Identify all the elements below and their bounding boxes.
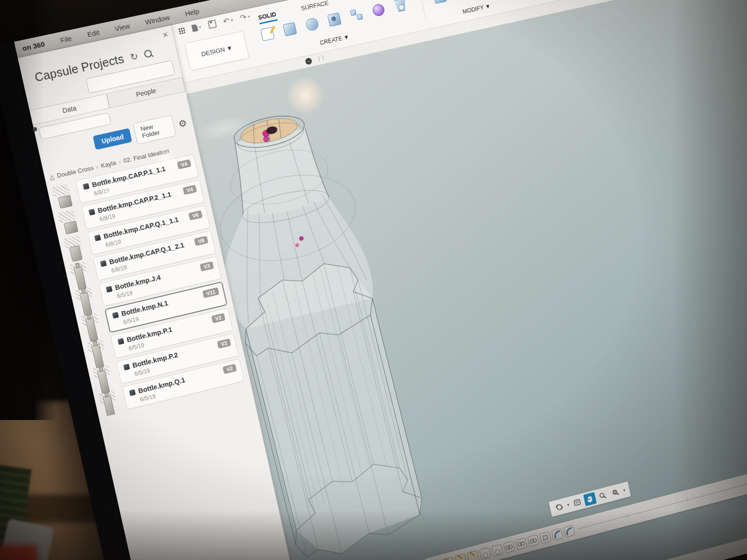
hole-icon [327, 13, 341, 27]
new-folder-button[interactable]: New Folder [133, 115, 176, 145]
menu-item-file[interactable]: File [59, 34, 72, 44]
timeline-feature-link[interactable] [503, 540, 515, 553]
create-sketch-button[interactable] [255, 22, 280, 46]
cube-icon [89, 209, 96, 216]
cube-icon [83, 183, 90, 190]
press-pull-button[interactable] [428, 0, 451, 9]
chevron-down-icon[interactable]: ▼ [566, 503, 571, 507]
pipe-button[interactable] [345, 3, 368, 27]
timeline-feature-sketch[interactable] [467, 550, 479, 560]
breadcrumb-separator: › [95, 163, 99, 171]
undo-button[interactable]: ↶▾ [222, 16, 234, 26]
look-at-tool-button[interactable] [571, 495, 584, 510]
create-group-label[interactable]: CREATE ▼ [319, 34, 350, 46]
press-pull-icon [433, 0, 447, 4]
version-badge: V3 [200, 261, 214, 272]
cap-thumb-shape [64, 221, 78, 235]
undo-icon: ↶ [222, 17, 230, 26]
extrude-icon [283, 22, 297, 36]
version-badge: V6 [188, 210, 203, 221]
timeline-feature-sketch[interactable] [443, 556, 455, 560]
project-icon: △ [49, 173, 55, 181]
cap-thumb-shape [58, 195, 72, 209]
version-badge: V2 [217, 338, 232, 349]
version-badge: V4 [183, 185, 197, 195]
new-file-button[interactable]: ▾ [191, 23, 202, 32]
timeline-feature-fillet[interactable] [551, 528, 564, 540]
menu-item-edit[interactable]: Edit [86, 28, 100, 38]
save-button[interactable] [207, 20, 217, 29]
fit-tool-button[interactable] [609, 485, 622, 500]
cube-icon [112, 312, 119, 319]
version-badge: V4 [177, 159, 191, 169]
timeline-feature-box[interactable] [539, 531, 551, 544]
chevron-down-icon[interactable]: ▼ [622, 488, 627, 492]
group-divider [420, 0, 426, 19]
redo-icon: ↷ [240, 13, 247, 22]
cube-icon [118, 338, 124, 345]
version-badge: V8 [194, 236, 209, 246]
revolve-button[interactable] [300, 12, 324, 36]
timeline-feature-link[interactable] [515, 537, 528, 550]
version-badge: V2 [223, 364, 237, 374]
app-grid-icon[interactable] [178, 27, 185, 34]
cube-icon [123, 364, 130, 371]
loft-button[interactable] [389, 0, 413, 17]
orbit-tool-button[interactable] [552, 500, 566, 514]
revolve-icon [305, 17, 319, 32]
tab-grip: ❘❘ [316, 54, 325, 62]
redo-button[interactable]: ↷▾ [240, 12, 251, 22]
version-badge: V2 [211, 313, 226, 323]
pipe-icon [350, 8, 363, 21]
cube-icon [100, 260, 106, 267]
menu-item-help[interactable]: Help [184, 7, 200, 17]
cube-icon [129, 389, 135, 396]
design-dropdown[interactable]: DESIGN ▼ [184, 31, 249, 71]
menu-item-window[interactable]: Window [144, 13, 170, 26]
timeline-feature-form[interactable] [491, 544, 503, 556]
room-red-object [0, 545, 37, 560]
file-icon [191, 24, 198, 32]
hole-button[interactable] [323, 7, 346, 32]
app-window: ▾ ↶▾ ↷▾ DESIGN ▼ SOLIDSURFACESHEET METAL… [18, 0, 747, 560]
cube-icon [106, 286, 113, 293]
tab-close-dot[interactable]: – [305, 57, 312, 65]
timeline-feature-form[interactable] [479, 547, 491, 560]
cube-icon [94, 234, 101, 241]
breadcrumb-item[interactable]: Kayla [100, 159, 117, 169]
create-form-icon [372, 3, 386, 17]
search-icon[interactable] [143, 49, 152, 58]
chevron-down-icon: ▾ [231, 18, 234, 23]
breadcrumb-separator: › [118, 158, 122, 166]
photo-of-monitor: on 360 FileEditViewWindowHelp ▾ ↶▾ ↷▾ DE… [0, 0, 747, 560]
loft-icon [394, 0, 408, 13]
monitor-screen: on 360 FileEditViewWindowHelp ▾ ↶▾ ↷▾ DE… [0, 0, 747, 560]
refresh-icon[interactable]: ↻ [129, 50, 139, 63]
chevron-down-icon: ▾ [198, 24, 202, 29]
app-name: on 360 [21, 40, 45, 52]
menu-item-view[interactable]: View [114, 21, 130, 33]
timeline-feature-sketch[interactable] [455, 553, 467, 560]
create-sketch-icon [261, 27, 275, 42]
gear-icon[interactable]: ⚙ [177, 118, 188, 129]
fillet-button[interactable] [450, 0, 473, 4]
panel-grip-dot [33, 127, 38, 132]
upload-button[interactable]: Upload [93, 128, 133, 150]
modify-group-label[interactable]: MODIFY ▼ [462, 3, 491, 15]
create-form-button[interactable] [366, 0, 390, 22]
timeline-feature-link[interactable] [527, 534, 539, 547]
pan-tool-button[interactable] [583, 492, 597, 506]
chevron-down-icon: ▾ [247, 14, 251, 19]
timeline-feature-fillet[interactable] [563, 525, 575, 537]
extrude-button[interactable] [278, 17, 302, 42]
zoom-tool-button[interactable] [596, 489, 609, 503]
